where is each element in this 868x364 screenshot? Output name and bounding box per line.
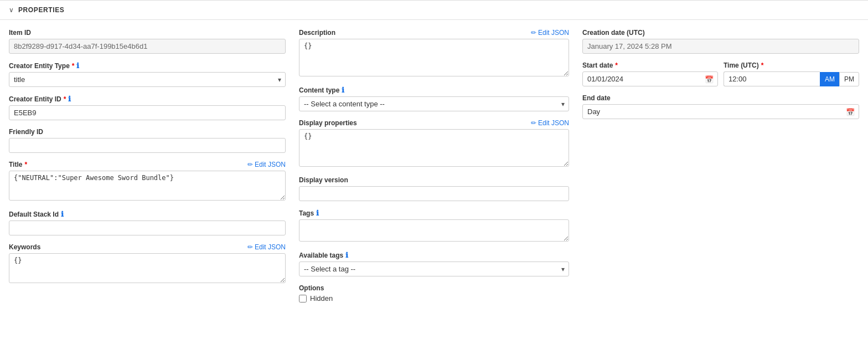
hidden-checkbox[interactable]: [299, 295, 307, 303]
options-label: Options: [299, 284, 569, 292]
available-tags-wrapper: -- Select a tag -- ▾: [299, 262, 569, 276]
display-properties-edit-json-button[interactable]: ✏ Edit JSON: [531, 119, 569, 127]
display-version-field: Display version: [299, 176, 569, 201]
start-date-subfield: Start date * 📅: [582, 61, 718, 86]
creation-date-input: [582, 39, 859, 54]
default-stack-id-field: Default Stack Id ℹ: [9, 210, 286, 235]
creator-entity-type-select[interactable]: title user system: [9, 72, 286, 87]
column-3: Creation date (UTC) Start date * 📅: [576, 29, 859, 310]
tags-label: Tags ℹ: [299, 209, 569, 217]
creator-entity-id-field: Creator Entity ID * ℹ: [9, 95, 286, 120]
available-tags-field: Available tags ℹ -- Select a tag -- ▾: [299, 251, 569, 276]
start-date-label: Start date *: [582, 61, 718, 69]
content-type-info-icon[interactable]: ℹ: [342, 86, 344, 94]
end-date-field: End date 📅: [582, 94, 859, 119]
title-pencil-icon: ✏: [247, 161, 253, 168]
column-1: Item ID Creator Entity Type * ℹ title us…: [9, 29, 292, 310]
creator-entity-type-info-icon[interactable]: ℹ: [76, 61, 79, 70]
friendly-id-label: Friendly ID: [9, 128, 286, 136]
column-2: Description ✏ Edit JSON {} Content type …: [292, 29, 576, 310]
end-date-wrapper: 📅: [582, 104, 859, 119]
tags-field: Tags ℹ: [299, 209, 569, 243]
default-stack-id-info-icon[interactable]: ℹ: [61, 210, 64, 218]
content-type-select[interactable]: -- Select a content type --: [299, 96, 569, 111]
keywords-pencil-icon: ✏: [247, 243, 253, 251]
title-edit-json-button[interactable]: ✏ Edit JSON: [247, 161, 286, 168]
item-id-input: [9, 39, 286, 54]
end-date-label: End date: [582, 94, 859, 102]
creator-entity-id-input[interactable]: [9, 105, 286, 120]
item-id-field: Item ID: [9, 29, 286, 54]
tags-textarea[interactable]: [299, 219, 569, 242]
available-tags-info-icon[interactable]: ℹ: [345, 251, 348, 259]
panel-header[interactable]: ∨ PROPERTIES: [0, 1, 868, 20]
creator-entity-type-label: Creator Entity Type * ℹ: [9, 61, 286, 70]
am-button[interactable]: AM: [820, 72, 839, 86]
start-time-field: Start date * 📅 Time (UTC) *: [582, 61, 859, 86]
keywords-textarea[interactable]: {}: [9, 253, 286, 283]
time-utc-input[interactable]: [724, 71, 820, 86]
title-field: Title * ✏ Edit JSON {"NEUTRAL":"Super Aw…: [9, 161, 286, 202]
content-type-wrapper: -- Select a content type -- ▾: [299, 96, 569, 111]
available-tags-select[interactable]: -- Select a tag --: [299, 262, 569, 276]
creator-entity-type-field: Creator Entity Type * ℹ title user syste…: [9, 61, 286, 87]
options-field: Options Hidden: [299, 284, 569, 303]
hidden-checkbox-row: Hidden: [299, 294, 569, 303]
display-version-label: Display version: [299, 176, 569, 184]
creator-entity-id-info-icon[interactable]: ℹ: [68, 95, 71, 103]
description-pencil-icon: ✏: [531, 29, 536, 37]
start-date-input[interactable]: [582, 71, 718, 86]
default-stack-id-input[interactable]: [9, 221, 286, 235]
hidden-label: Hidden: [310, 294, 333, 303]
creation-date-label: Creation date (UTC): [582, 29, 859, 37]
end-date-input[interactable]: [582, 104, 859, 119]
display-version-input[interactable]: [299, 186, 569, 201]
content-type-label: Content type ℹ: [299, 86, 569, 94]
creator-entity-id-label: Creator Entity ID * ℹ: [9, 95, 286, 103]
am-pm-toggle: AM PM: [820, 72, 859, 86]
display-properties-textarea[interactable]: {}: [299, 129, 569, 167]
description-label: Description ✏ Edit JSON: [299, 29, 569, 37]
title-textarea[interactable]: {"NEUTRAL":"Super Awesome Sword Bundle"}: [9, 171, 286, 201]
description-field: Description ✏ Edit JSON {}: [299, 29, 569, 78]
description-edit-json-button[interactable]: ✏ Edit JSON: [531, 29, 569, 37]
default-stack-id-label: Default Stack Id ℹ: [9, 210, 286, 218]
description-textarea[interactable]: {}: [299, 39, 569, 76]
creator-entity-type-wrapper: title user system ▾: [9, 72, 286, 87]
collapse-icon: ∨: [9, 6, 14, 14]
display-properties-field: Display properties ✏ Edit JSON {}: [299, 119, 569, 168]
time-utc-wrapper: AM PM: [724, 71, 859, 86]
friendly-id-field: Friendly ID: [9, 128, 286, 153]
panel-body: Item ID Creator Entity Type * ℹ title us…: [0, 20, 868, 319]
creation-date-field: Creation date (UTC): [582, 29, 859, 54]
item-id-label: Item ID: [9, 29, 286, 37]
time-utc-label: Time (UTC) *: [724, 61, 859, 69]
start-date-wrapper: 📅: [582, 71, 718, 86]
title-label: Title * ✏ Edit JSON: [9, 161, 286, 168]
keywords-edit-json-button[interactable]: ✏ Edit JSON: [247, 243, 286, 251]
properties-panel: ∨ PROPERTIES Item ID Creator Entity Type…: [0, 0, 868, 319]
panel-title: PROPERTIES: [18, 6, 64, 14]
content-type-field: Content type ℹ -- Select a content type …: [299, 86, 569, 111]
keywords-label: Keywords ✏ Edit JSON: [9, 243, 286, 251]
display-properties-label: Display properties ✏ Edit JSON: [299, 119, 569, 127]
friendly-id-input[interactable]: [9, 138, 286, 153]
tags-info-icon[interactable]: ℹ: [316, 209, 319, 217]
time-utc-subfield: Time (UTC) * AM PM: [724, 61, 859, 86]
pm-button[interactable]: PM: [839, 72, 859, 86]
display-properties-pencil-icon: ✏: [531, 119, 536, 127]
available-tags-label: Available tags ℹ: [299, 251, 569, 259]
keywords-field: Keywords ✏ Edit JSON {}: [9, 243, 286, 285]
